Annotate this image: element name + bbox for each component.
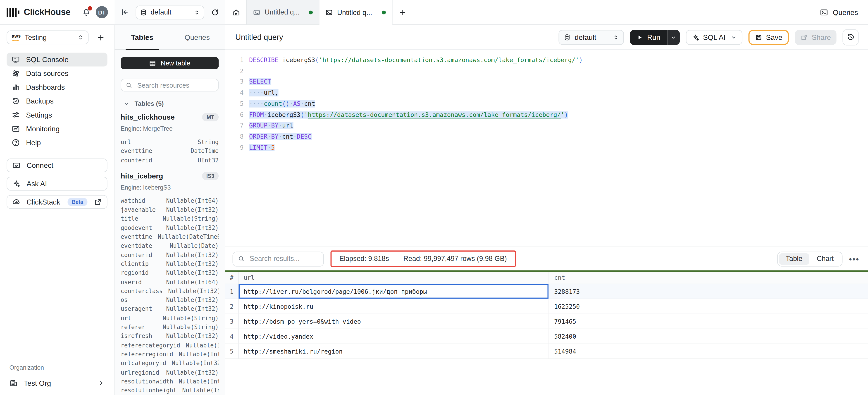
results-toolbar: Elapsed: 9.818s Read: 99,997,497 rows (9…: [225, 247, 868, 271]
cnt-cell[interactable]: 514984: [549, 344, 868, 359]
run-button[interactable]: Run: [630, 30, 667, 45]
column-row: counterclassNullable(Int32): [121, 286, 219, 295]
chevron-down-icon: [731, 35, 736, 40]
avatar[interactable]: DT: [96, 6, 108, 18]
search-results-field[interactable]: [248, 254, 318, 263]
table-icon: [149, 60, 156, 67]
code-line-6: 6FROM·icebergS3('https://datasets-docume…: [225, 109, 868, 120]
sidebar-item-label: Help: [26, 138, 41, 147]
column-row: regionidNullable(Int32): [121, 269, 219, 278]
notifications-bell-icon[interactable]: [82, 8, 91, 17]
url-cell[interactable]: http://kinopoisk.ru: [239, 299, 549, 314]
sidebar-item-settings[interactable]: Settings: [6, 108, 107, 122]
line-number: 1: [225, 55, 249, 66]
results-panel: Elapsed: 9.818s Read: 99,997,497 rows (9…: [225, 247, 868, 395]
service-selector[interactable]: aws Testing: [6, 31, 89, 45]
sidebar-item-backups[interactable]: Backups: [6, 94, 107, 108]
col-header-cnt[interactable]: cnt: [549, 272, 868, 284]
search-resources-input[interactable]: [121, 79, 219, 91]
view-toggle-table[interactable]: Table: [779, 253, 810, 264]
cnt-cell[interactable]: 3288173: [549, 284, 868, 299]
add-service-button[interactable]: [93, 31, 107, 45]
new-table-button[interactable]: New table: [121, 57, 219, 69]
table-row[interactable]: 4http://video.yandex582400: [225, 329, 868, 344]
code-editor[interactable]: 1DESCRIBE icebergS3('https://datasets-do…: [225, 50, 868, 153]
url-cell[interactable]: http://video.yandex: [239, 329, 549, 344]
sidebar-item-sql-console[interactable]: SQL Console: [6, 53, 107, 66]
code-text: LIMIT·5: [249, 142, 275, 153]
col-header-num[interactable]: #: [225, 272, 239, 284]
table-row[interactable]: 3http://bdsm_po_yers=0&with_video791465: [225, 314, 868, 329]
sidebar-item-label: SQL Console: [26, 55, 68, 64]
collapse-panel-icon[interactable]: [120, 8, 129, 17]
sidebar-item-dashboards[interactable]: Dashboards: [6, 80, 107, 94]
search-resources-field[interactable]: [136, 81, 214, 89]
row-number: 3: [225, 314, 239, 329]
share-icon: [801, 33, 808, 41]
tables-section-header[interactable]: Tables (5): [121, 100, 219, 107]
query-tab-2[interactable]: Untitled q...: [319, 0, 393, 25]
cnt-cell[interactable]: 1625250: [549, 299, 868, 314]
table-name[interactable]: hits_clickhouse: [121, 113, 175, 121]
refresh-icon[interactable]: [211, 8, 219, 16]
sidebar-button-connect[interactable]: Connect: [6, 158, 107, 172]
connect-icon: [12, 161, 21, 169]
row-number: 2: [225, 299, 239, 314]
new-table-label: New table: [161, 59, 190, 67]
queries-button[interactable]: Queries: [810, 0, 868, 25]
database-selector[interactable]: default: [135, 5, 204, 19]
sidebar-item-data-sources[interactable]: Data sources: [6, 66, 107, 80]
organization-name: Test Org: [24, 379, 51, 387]
results-header-row: #urlcnt: [225, 272, 868, 284]
line-number: 8: [225, 131, 249, 142]
sql-ai-button[interactable]: SQL AI: [686, 30, 742, 45]
column-row: counteridUInt32: [121, 156, 219, 164]
sidebar-item-test-org[interactable]: Test Org: [6, 376, 107, 390]
run-button-group: Run: [630, 30, 680, 45]
editor-database-selector[interactable]: default: [559, 30, 624, 45]
table-card-hits-iceberg[interactable]: hits_icebergIS3Engine: IcebergS3watchidN…: [121, 172, 219, 395]
url-cell[interactable]: http://smeshariki.ru/region: [239, 344, 549, 359]
chevron-down-icon: [124, 101, 130, 107]
share-button[interactable]: Share: [795, 30, 837, 45]
tab-tables[interactable]: Tables: [115, 25, 169, 49]
url-cell[interactable]: http://bdsm_po_yers=0&with_video: [239, 314, 549, 329]
sidebar-button-clickstack[interactable]: ClickStackBeta: [6, 195, 107, 208]
tab-queries[interactable]: Queries: [170, 25, 225, 49]
more-options-icon[interactable]: •••: [847, 254, 861, 264]
new-tab-button[interactable]: [393, 0, 412, 25]
cnt-cell[interactable]: 791465: [549, 314, 868, 329]
share-label: Share: [812, 33, 831, 41]
save-button[interactable]: Save: [748, 30, 789, 45]
column-row: urlcategoryidNullable(Int32: [121, 359, 219, 368]
engine-badge: MT: [202, 113, 219, 121]
url-cell[interactable]: http://liver.ru/belgorod/page/1006.jки/д…: [239, 284, 549, 299]
col-header-url[interactable]: url: [239, 272, 549, 284]
column-row: isrefreshNullable(Int32): [121, 332, 219, 341]
table-card-hits-clickhouse[interactable]: hits_clickhouseMTEngine: MergeTreeurlStr…: [121, 113, 219, 164]
search-results-input[interactable]: [232, 251, 324, 266]
query-tab-1[interactable]: Untitled q...: [246, 0, 319, 25]
table-row[interactable]: 1http://liver.ru/belgorod/page/1006.jки/…: [225, 284, 868, 299]
column-row: useridNullable(Int64): [121, 278, 219, 286]
home-icon[interactable]: [225, 0, 246, 25]
sidebar-item-label: Backups: [26, 97, 54, 105]
table-row[interactable]: 5http://smeshariki.ru/region514984: [225, 344, 868, 359]
run-options-button[interactable]: [667, 30, 680, 45]
table-row[interactable]: 2http://kinopoisk.ru1625250: [225, 299, 868, 314]
sidebar-button-ask-ai[interactable]: Ask AI: [6, 176, 107, 190]
chevron-right-icon: [98, 379, 104, 386]
sidebar-item-help[interactable]: Help: [6, 136, 107, 149]
query-history-button[interactable]: [842, 29, 859, 45]
view-toggle-chart[interactable]: Chart: [810, 253, 841, 264]
plus-icon: [97, 33, 104, 41]
table-name[interactable]: hits_iceberg: [121, 172, 163, 180]
code-line-4: 4····url,: [225, 88, 868, 98]
sparkles-icon: [12, 179, 21, 188]
code-text: ····count()·AS·cnt: [249, 98, 315, 109]
terminal-icon: [820, 8, 828, 16]
sidebar-item-monitoring[interactable]: Monitoring: [6, 122, 107, 136]
sidebar: aws Testing SQL ConsoleData sourcesDashb…: [0, 25, 115, 395]
cnt-cell[interactable]: 582400: [549, 329, 868, 344]
line-number: 4: [225, 88, 249, 98]
